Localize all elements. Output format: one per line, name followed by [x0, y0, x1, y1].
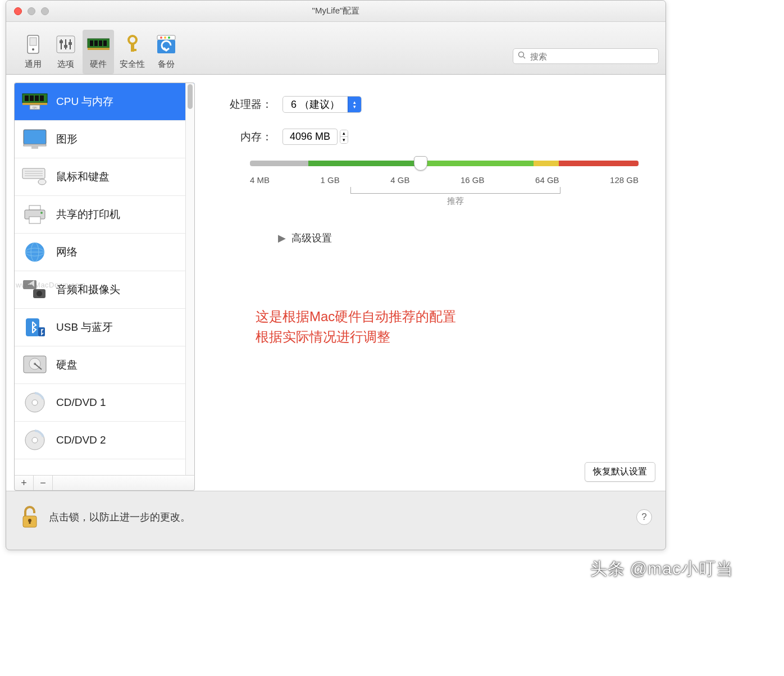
sidebar-item-harddisk[interactable]: 硬盘: [15, 346, 194, 384]
sidebar-item-cpu-memory[interactable]: cpu CPU 与内存: [15, 83, 194, 121]
svg-point-21: [164, 36, 166, 39]
memory-label: 内存：: [216, 130, 272, 144]
monitor-icon: [21, 128, 48, 150]
ram-icon: [87, 33, 110, 56]
sidebar-item-mouse-keyboard[interactable]: 鼠标和键盘: [15, 158, 194, 196]
key-icon: [121, 33, 144, 56]
hardware-sidebar: cpu CPU 与内存 图形 鼠标和键盘 共享的打印机: [14, 83, 195, 475]
sidebar-item-label: 鼠标和键盘: [56, 170, 110, 184]
svg-rect-11: [90, 40, 93, 46]
svg-rect-34: [24, 130, 46, 144]
annotation-line: 这是根据Mac硬件自动推荐的配置: [256, 307, 639, 327]
svg-rect-12: [94, 40, 98, 46]
memory-value[interactable]: 4096 MB: [282, 129, 338, 145]
tab-options[interactable]: 选项: [50, 30, 81, 74]
svg-point-16: [129, 36, 136, 44]
sidebar-scrollbar[interactable]: [185, 83, 194, 475]
printer-icon: [21, 203, 48, 226]
keyboard-mouse-icon: [21, 166, 48, 188]
ram-chip-icon: cpu: [21, 90, 48, 113]
window-title: "MyLife"配置: [6, 6, 666, 16]
tick-label: 4 GB: [390, 175, 409, 185]
svg-rect-29: [35, 95, 39, 101]
sidebar-item-label: 硬盘: [56, 358, 78, 372]
titlebar: "MyLife"配置: [6, 1, 666, 22]
tab-label: 硬件: [90, 59, 107, 70]
processor-row: 处理器： 6 （建议）: [216, 96, 639, 113]
sliders-icon: [54, 33, 77, 56]
slider-thumb[interactable]: [414, 156, 427, 171]
svg-point-2: [32, 48, 34, 51]
disc-icon: [21, 429, 48, 451]
content-area: cpu CPU 与内存 图形 鼠标和键盘 共享的打印机: [6, 75, 666, 491]
tab-general[interactable]: 通用: [17, 30, 49, 74]
close-button[interactable]: [14, 7, 22, 15]
traffic-lights: [6, 7, 49, 15]
maximize-button[interactable]: [41, 7, 49, 15]
disc-icon: [21, 391, 48, 414]
search-input[interactable]: [530, 52, 654, 61]
svg-rect-42: [29, 205, 40, 210]
sidebar-item-label: CD/DVD 1: [56, 396, 106, 409]
sidebar-item-label: 图形: [56, 132, 78, 147]
svg-rect-14: [103, 40, 107, 46]
switch-icon: [22, 33, 44, 56]
sidebar-item-label: 共享的打印机: [56, 207, 120, 222]
watermark: 头条 @mac小叮当: [590, 558, 733, 581]
advanced-disclosure[interactable]: ▶ 高级设置: [278, 231, 639, 245]
sidebar-item-label: CPU 与内存: [56, 94, 113, 109]
svg-rect-30: [40, 95, 44, 101]
svg-point-41: [38, 179, 46, 185]
sidebar-item-audio-camera[interactable]: 音频和摄像头: [15, 271, 194, 309]
restore-defaults-button[interactable]: 恢复默认设置: [585, 462, 655, 482]
processor-value: 6 （建议）: [283, 98, 348, 111]
tick-label: 1 GB: [321, 175, 340, 185]
backup-icon: [155, 33, 177, 56]
recommended-range-bar: [350, 187, 560, 194]
tick-label: 128 GB: [610, 175, 639, 185]
help-button[interactable]: ?: [636, 509, 652, 525]
add-button[interactable]: +: [15, 476, 34, 490]
annotation-line: 根据实际情况进行调整: [256, 327, 639, 347]
sidebar-item-usb-bluetooth[interactable]: USB 与蓝牙: [15, 309, 194, 346]
svg-point-45: [40, 212, 43, 214]
sidebar-item-graphics[interactable]: 图形: [15, 121, 194, 158]
minimize-button[interactable]: [28, 7, 35, 15]
tab-security[interactable]: 安全性: [115, 30, 149, 74]
globe-icon: [21, 241, 48, 263]
sidebar-item-printers[interactable]: 共享的打印机: [15, 196, 194, 234]
sidebar-item-label: USB 与蓝牙: [56, 320, 113, 335]
processor-label: 处理器：: [216, 97, 272, 112]
svg-rect-64: [29, 520, 31, 524]
tick-label: 16 GB: [461, 175, 485, 185]
search-field[interactable]: [513, 48, 659, 64]
processor-select[interactable]: 6 （建议）: [282, 96, 362, 113]
sidebar-item-label: CD/DVD 2: [56, 434, 106, 446]
search-icon: [518, 51, 526, 61]
memory-slider-area: 4 MB 1 GB 4 GB 16 GB 64 GB 128 GB 推荐: [250, 161, 639, 207]
lock-icon[interactable]: [20, 505, 40, 529]
svg-rect-27: [25, 95, 29, 101]
svg-rect-35: [24, 144, 46, 146]
sidebar-item-cddvd2[interactable]: CD/DVD 2: [15, 422, 194, 459]
svg-rect-44: [29, 217, 40, 223]
svg-rect-9: [69, 42, 72, 45]
tab-backup[interactable]: 备份: [151, 30, 182, 74]
svg-point-52: [37, 291, 42, 296]
tab-label: 备份: [158, 59, 175, 70]
lock-text: 点击锁，以防止进一步的更改。: [49, 510, 190, 524]
faint-watermark: www.MacDown.com: [16, 281, 86, 289]
remove-button[interactable]: −: [34, 476, 53, 490]
svg-point-59: [32, 400, 38, 405]
tab-label: 选项: [57, 59, 74, 70]
svg-point-20: [160, 36, 162, 39]
sidebar-item-cddvd1[interactable]: CD/DVD 1: [15, 384, 194, 422]
svg-rect-15: [88, 48, 110, 50]
memory-stepper[interactable]: ▴▾: [340, 130, 348, 144]
memory-slider[interactable]: [250, 161, 639, 166]
svg-rect-18: [131, 49, 136, 51]
sidebar-item-network[interactable]: 网络: [15, 234, 194, 271]
config-window: "MyLife"配置 通用 选项 硬件 安全性: [6, 0, 666, 550]
tab-hardware[interactable]: 硬件: [83, 30, 114, 74]
svg-point-22: [168, 36, 170, 39]
